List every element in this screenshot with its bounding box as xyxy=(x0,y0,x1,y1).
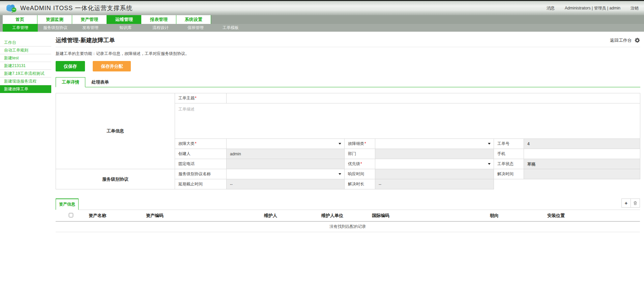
creator-value: admin xyxy=(227,149,344,159)
subnav-duty-mgmt[interactable]: 值班管理 xyxy=(178,24,213,32)
required-mark: * xyxy=(360,161,362,166)
assets-section-bar: 资产信息 + xyxy=(56,198,640,210)
fault-category-label: 故障大类* xyxy=(175,139,227,149)
order-status-value: 草稿 xyxy=(524,159,640,169)
deadline-value: -- xyxy=(227,180,344,189)
add-asset-button[interactable]: + xyxy=(621,198,631,208)
subject-input[interactable] xyxy=(227,94,640,103)
nav-tab-ops-mgmt[interactable]: 运维管理 xyxy=(107,15,142,24)
sidebar-item-new-onsite-service-flow[interactable]: 新建现场服务流程 xyxy=(0,78,51,85)
resolve-duration-field-cell: -- xyxy=(375,179,494,189)
sidebar-item-new-213131[interactable]: 新建213131 xyxy=(0,62,51,70)
tab-asset-info[interactable]: 资产信息 xyxy=(56,198,79,210)
sidebar-item-auto-ticket-rules[interactable]: 自动工单规则 xyxy=(0,47,51,54)
required-mark: * xyxy=(195,141,197,146)
chevron-down-icon xyxy=(488,143,491,145)
sla-name-select[interactable] xyxy=(227,170,344,179)
group-label-sla: 服务级别协议 xyxy=(56,169,175,189)
nav-tab-resource-monitor[interactable]: 资源监测 xyxy=(37,15,72,24)
resolve-time-label: 解决时间 xyxy=(494,169,524,179)
sidebar-item-new-test[interactable]: 新建test xyxy=(0,54,51,62)
sidebar-item-new-719-flow-test[interactable]: 新建7.19工单流程测试 xyxy=(0,70,51,78)
weadmin-logo-icon xyxy=(5,3,18,13)
col-orientation: 朝向 xyxy=(487,210,545,221)
tab-ticket-detail[interactable]: 工单详情 xyxy=(56,77,85,87)
delete-asset-button[interactable] xyxy=(631,198,640,208)
priority-field-cell xyxy=(375,159,494,169)
col-asset-code: 资产编码 xyxy=(143,210,261,221)
messages-link[interactable]: 消息 xyxy=(547,5,555,11)
assets-table: 资产名称 资产编码 维护人 维护人单位 国际编码 朝向 安装位置 没有找到匹配的… xyxy=(56,210,640,232)
page-header-right: 返回工作台 xyxy=(610,37,640,43)
select-all-cell xyxy=(56,210,86,221)
title-divider xyxy=(56,47,640,47)
tab-process-form[interactable]: 处理表单 xyxy=(85,77,115,87)
order-no-field-cell: 4 xyxy=(524,139,640,149)
col-maintainer: 维护人 xyxy=(261,210,319,221)
sidebar-item-new-fault-ticket[interactable]: 新建故障工单 xyxy=(0,85,51,93)
order-status-field-cell: 草稿 xyxy=(524,159,640,169)
col-maintainer-unit: 维护人单位 xyxy=(319,210,369,221)
mobile-input[interactable] xyxy=(524,149,640,159)
nav-tab-home[interactable]: 首页 xyxy=(3,15,37,24)
sla-name-field-cell xyxy=(227,169,345,179)
detail-tabs: 工单详情 处理表单 xyxy=(56,77,640,87)
telephone-field-cell xyxy=(227,159,345,169)
order-no-label: 工单号 xyxy=(494,139,524,149)
top-bar: WeADMIN ITOSS 一体化运营支撑系统 消息 Administrator… xyxy=(0,0,644,15)
fault-category-field-cell xyxy=(227,139,345,149)
page-title: 运维管理-新建故障工单 xyxy=(56,36,115,44)
resolve-time-field-cell xyxy=(524,169,640,179)
user-info[interactable]: Administrators | 管理员 | admin xyxy=(565,5,620,11)
chevron-down-icon xyxy=(339,143,341,145)
logout-link[interactable]: 注销 xyxy=(631,5,639,11)
order-no-value: 4 xyxy=(524,139,640,149)
main-area: 工作台 自动工单规则 新建test 新建213131 新建7.19工单流程测试 … xyxy=(0,32,644,232)
back-to-workbench-link[interactable]: 返回工作台 xyxy=(610,37,632,43)
subnav-ticket-template[interactable]: 工单模板 xyxy=(213,24,248,32)
subnav-knowledge-base[interactable]: 知识库 xyxy=(108,24,143,32)
gear-icon[interactable] xyxy=(635,37,640,43)
fault-subcategory-select[interactable] xyxy=(375,139,494,149)
department-field-cell xyxy=(375,149,494,159)
page-description: 新建工单的主要功能：记录工单信息，故障描述，工单对应服务级别协议。 xyxy=(56,51,640,57)
resolve-duration-label: 解决时长 xyxy=(345,179,375,189)
nav-tab-asset-mgmt[interactable]: 资产管理 xyxy=(72,15,107,24)
deadline-field-cell: -- xyxy=(227,179,345,189)
page-header: 运维管理-新建故障工单 返回工作台 xyxy=(56,36,640,44)
assets-header-row: 资产名称 资产编码 维护人 维护人单位 国际编码 朝向 安装位置 xyxy=(56,210,640,221)
chevron-down-icon xyxy=(488,163,491,165)
order-status-label: 工单状态 xyxy=(494,159,524,169)
fault-subcategory-label: 故障细类* xyxy=(345,139,375,149)
department-label: 部门 xyxy=(345,149,375,159)
col-asset-name: 资产名称 xyxy=(86,210,143,221)
resolve-duration-value: -- xyxy=(375,180,494,189)
main-nav: 首页 资源监测 资产管理 运维管理 报表管理 系统设置 xyxy=(0,15,644,24)
creator-label: 创建人 xyxy=(175,149,227,159)
ticket-form-table: 工单信息 工单主题* 故障大类* 故障细类* xyxy=(56,93,640,189)
save-only-button[interactable]: 仅保存 xyxy=(56,61,85,71)
deadline-label: 延期截止时间 xyxy=(175,179,227,189)
topbar-links: 消息 Administrators | 管理员 | admin 注销 xyxy=(547,5,639,11)
required-mark: * xyxy=(364,141,366,146)
subnav-sla[interactable]: 服务级别协议 xyxy=(38,24,73,32)
no-records-message: 没有找到匹配的记录 xyxy=(56,221,640,232)
col-install-location: 安装位置 xyxy=(545,210,640,221)
subnav-ticket-mgmt[interactable]: 工单管理 xyxy=(3,24,38,32)
subnav-release-mgmt[interactable]: 发布管理 xyxy=(73,24,108,32)
trash-icon xyxy=(633,201,638,206)
description-textarea[interactable] xyxy=(175,103,640,138)
subnav-process-design[interactable]: 流程设计 xyxy=(143,24,178,32)
priority-label: 优先级* xyxy=(345,159,375,169)
telephone-label: 固定电话 xyxy=(175,159,227,169)
nav-tab-system-settings[interactable]: 系统设置 xyxy=(176,15,211,24)
select-all-checkbox[interactable] xyxy=(69,213,73,217)
priority-select[interactable] xyxy=(375,159,494,169)
sidebar-item-workbench[interactable]: 工作台 xyxy=(0,39,51,47)
nav-tab-report-mgmt[interactable]: 报表管理 xyxy=(142,15,176,24)
fault-category-select[interactable] xyxy=(227,139,344,149)
action-buttons: 仅保存 保存并分配 xyxy=(56,61,640,71)
assets-empty-row: 没有找到匹配的记录 xyxy=(56,221,640,232)
sub-nav: 工单管理 服务级别协议 发布管理 知识库 流程设计 值班管理 工单模板 xyxy=(0,24,644,32)
save-and-assign-button[interactable]: 保存并分配 xyxy=(93,61,131,71)
